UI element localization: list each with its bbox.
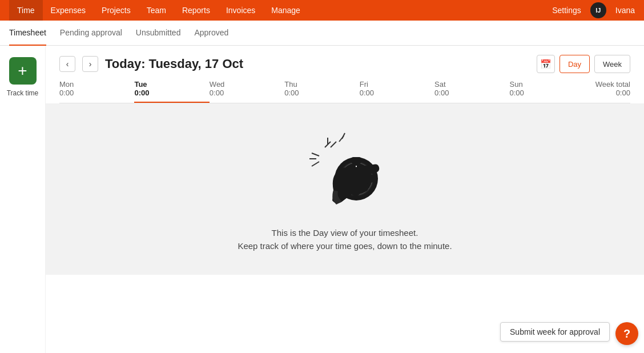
day-col-sat[interactable]: Sat 0:00 [434, 80, 509, 103]
date-header: ‹ › Today: Tuesday, 17 Oct 📅 Day Week [46, 46, 644, 73]
day-col-wed[interactable]: Wed 0:00 [210, 80, 284, 103]
track-time-label: Track time [7, 89, 39, 97]
week-view-button[interactable]: Week [594, 55, 630, 73]
avatar: IJ [590, 2, 606, 18]
day-col-thu[interactable]: Thu 0:00 [284, 80, 359, 103]
nav-item-team[interactable]: Team [139, 0, 174, 21]
week-total-hours: 0:00 [585, 89, 630, 97]
plus-icon: + [18, 63, 27, 79]
week-row: Mon 0:00 Tue 0:00 Wed 0:00 Thu 0:00 Fri … [46, 73, 644, 103]
day-hours-wed: 0:00 [210, 89, 224, 97]
prev-date-button[interactable]: ‹ [59, 56, 75, 72]
nav-item-projects[interactable]: Projects [94, 0, 139, 21]
day-col-fri[interactable]: Fri 0:00 [360, 80, 434, 103]
settings-link[interactable]: Settings [552, 6, 581, 15]
top-navigation: Time Expenses Projects Team Reports Invo… [0, 0, 644, 21]
sub-nav-timesheet[interactable]: Timesheet [9, 21, 46, 46]
nav-item-reports[interactable]: Reports [174, 0, 218, 21]
svg-line-3 [312, 153, 319, 156]
calendar-icon: 📅 [540, 59, 552, 70]
sub-nav-approved[interactable]: Approved [194, 21, 228, 46]
day-hours-sat: 0:00 [434, 89, 449, 97]
svg-rect-14 [352, 157, 361, 164]
view-controls: 📅 Day Week [537, 55, 630, 73]
user-name[interactable]: Ivana [615, 6, 635, 15]
day-name-thu: Thu [284, 80, 297, 89]
day-name-sun: Sun [510, 80, 523, 89]
nav-item-expenses[interactable]: Expenses [43, 0, 94, 21]
week-total: Week total 0:00 [585, 80, 630, 103]
empty-state: This is the Day view of your timesheet. … [46, 103, 644, 275]
empty-text-2: Keep track of where your time goes, down… [238, 241, 452, 251]
sub-nav-pending[interactable]: Pending approval [60, 21, 122, 46]
day-name-tue: Tue [134, 80, 147, 89]
nav-items: Time Expenses Projects Team Reports Invo… [9, 0, 552, 21]
next-date-button[interactable]: › [82, 56, 98, 72]
chevron-left-icon: ‹ [66, 59, 69, 69]
sub-nav-unsubmitted[interactable]: Unsubmitted [136, 21, 181, 46]
day-name-fri: Fri [360, 80, 368, 89]
chevron-right-icon: › [89, 59, 92, 69]
day-view-button[interactable]: Day [560, 55, 590, 73]
day-col-sun[interactable]: Sun 0:00 [510, 80, 585, 103]
nav-item-time[interactable]: Time [9, 0, 43, 21]
day-col-mon[interactable]: Mon 0:00 [59, 80, 134, 103]
submit-week-button[interactable]: Submit week for approval [500, 322, 610, 342]
day-hours-sun: 0:00 [510, 89, 524, 97]
day-hours-thu: 0:00 [284, 89, 299, 97]
calendar-button[interactable]: 📅 [537, 55, 555, 73]
svg-line-7 [342, 133, 345, 139]
day-name-sat: Sat [434, 80, 446, 89]
day-col-tue[interactable]: Tue 0:00 [134, 80, 209, 103]
empty-text-1: This is the Day view of your timesheet. [272, 228, 418, 238]
nav-item-invoices[interactable]: Invoices [218, 0, 263, 21]
svg-line-5 [312, 162, 319, 166]
content-area: ‹ › Today: Tuesday, 17 Oct 📅 Day Week Mo… [46, 46, 644, 353]
day-name-mon: Mon [59, 80, 74, 89]
date-title: Today: Tuesday, 17 Oct [105, 57, 530, 71]
question-mark-icon: ? [623, 327, 630, 340]
sidebar: + Track time [0, 46, 46, 353]
svg-line-2 [331, 142, 336, 147]
help-button[interactable]: ? [615, 322, 638, 345]
add-time-button[interactable]: + [9, 57, 37, 85]
nav-item-manage[interactable]: Manage [263, 0, 308, 21]
main-content: + Track time ‹ › Today: Tuesday, 17 Oct … [0, 46, 644, 353]
day-hours-tue: 0:00 [134, 89, 149, 97]
day-hours-mon: 0:00 [59, 89, 74, 97]
day-name-wed: Wed [210, 80, 225, 89]
day-hours-fri: 0:00 [360, 89, 374, 97]
nav-right: Settings IJ Ivana [552, 2, 635, 18]
timesheet-illustration [299, 127, 391, 219]
week-total-label: Week total [585, 80, 630, 89]
sub-navigation: Timesheet Pending approval Unsubmitted A… [0, 21, 644, 46]
